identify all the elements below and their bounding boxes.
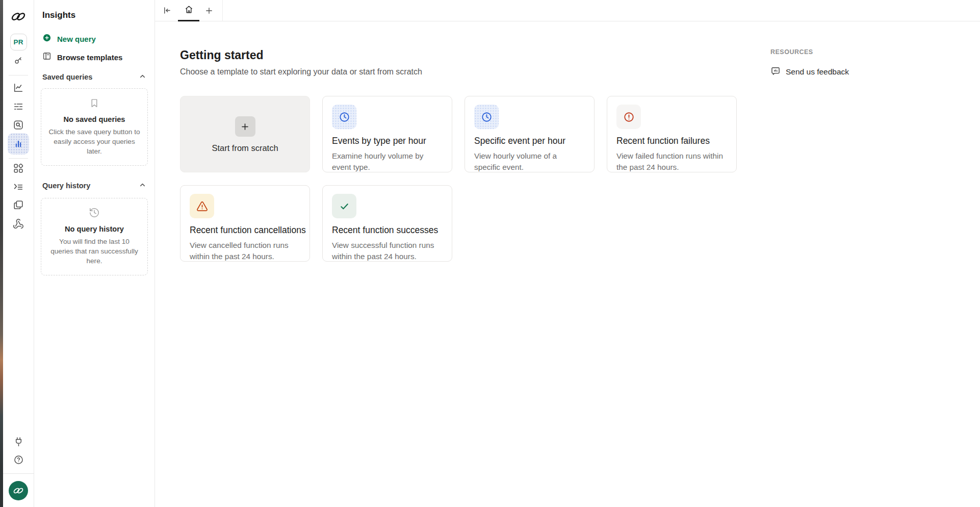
page-subtitle: Choose a template to start exploring you… [180,67,739,77]
environment-badge[interactable]: PR [10,34,27,50]
saved-queries-empty-state: No saved queries Click the save query bu… [41,88,148,166]
key-icon[interactable] [13,55,23,65]
clock-icon [474,105,499,129]
windows-icon[interactable] [13,199,24,211]
template-card-function-cancellations[interactable]: Recent function cancellations View cance… [180,185,310,262]
query-history-empty-text: You will find the last 10 queries that r… [47,237,141,266]
card-title: Recent function cancellations [190,225,300,236]
app-window: PR [0,0,980,507]
send-feedback-label: Send us feedback [786,67,849,77]
clock-icon [332,105,356,129]
template-card-function-successes[interactable]: Recent function successes View successfu… [322,185,452,262]
rail-divider [9,75,28,75]
tab-strip-divider [222,0,223,21]
tab-home[interactable] [177,0,200,21]
start-from-scratch-label: Start from scratch [212,143,278,153]
inngest-logo[interactable] [10,11,27,22]
sidebar-title: Insights [42,10,146,20]
home-icon [184,5,194,16]
metrics-icon[interactable] [13,82,24,93]
saved-queries-empty-text: Click the save query button to easily ac… [47,127,141,156]
feedback-icon [770,66,781,78]
new-query-label: New query [57,35,96,43]
card-description: View cancelled function runs within the … [190,240,300,262]
saved-queries-header[interactable]: Saved queries [42,72,146,82]
template-card-grid: Start from scratch Events by type per ho… [180,96,739,262]
page-title: Getting started [180,48,739,62]
query-history-title: Query history [42,182,90,190]
card-title: Events by type per hour [332,136,443,146]
card-description: View successful function runs within the… [332,240,443,262]
insights-sidebar: Insights New query Browse templates Save… [34,0,155,507]
saved-queries-title: Saved queries [42,73,92,81]
card-description: Examine hourly volume by event type. [332,150,443,172]
rail-divider [9,158,28,159]
plus-circle-icon [42,33,51,44]
rail-divider [3,473,34,474]
card-title: Recent function failures [616,136,727,146]
plug-icon[interactable] [13,436,24,447]
saved-queries-empty-title: No saved queries [47,115,141,123]
new-tab-plus-icon[interactable] [200,0,218,21]
webhooks-icon[interactable] [13,218,24,230]
card-description: View failed function runs within the pas… [616,150,727,172]
functions-icon[interactable] [13,181,24,192]
browse-templates-label: Browse templates [57,53,122,62]
collapse-sidebar-icon[interactable] [159,3,174,18]
chevron-up-icon [139,72,146,82]
template-panel-icon [42,52,51,63]
getting-started-content: Getting started Choose a template to sta… [155,21,980,262]
send-feedback-link[interactable]: Send us feedback [770,66,923,78]
apps-icon[interactable] [13,163,24,174]
card-title: Specific event per hour [474,136,585,146]
chevron-up-icon [139,181,146,191]
resources-title: RESOURCES [770,48,923,56]
bookmark-icon [47,97,141,111]
card-description: View hourly volume of a specific event. [474,150,585,172]
history-icon [47,207,141,220]
query-history-empty-title: No query history [47,225,141,233]
insights-icon[interactable] [8,133,29,155]
main-area: Getting started Choose a template to sta… [155,0,980,507]
start-from-scratch-card[interactable]: Start from scratch [180,96,310,172]
query-history-empty-state: No query history You will find the last … [41,198,148,275]
warning-triangle-icon [190,194,214,218]
browse-templates-button[interactable]: Browse templates [42,50,146,64]
template-card-specific-event[interactable]: Specific event per hour View hourly volu… [465,96,595,172]
card-title: Recent function successes [332,225,443,236]
resources-panel: RESOURCES Send us feedback [770,48,923,262]
icon-rail: PR [3,0,34,507]
help-icon[interactable] [13,454,24,465]
account-avatar[interactable] [9,481,28,500]
query-history-header[interactable]: Query history [42,181,146,190]
event-search-icon[interactable] [13,119,24,131]
new-query-button[interactable]: New query [42,32,146,45]
tab-bar [155,0,980,21]
alert-circle-icon [616,105,641,129]
plus-icon [235,116,255,137]
check-icon [332,194,356,218]
template-card-function-failures[interactable]: Recent function failures View failed fun… [607,96,737,172]
runs-icon[interactable] [13,101,24,112]
template-card-events-by-type[interactable]: Events by type per hour Examine hourly v… [322,96,452,172]
